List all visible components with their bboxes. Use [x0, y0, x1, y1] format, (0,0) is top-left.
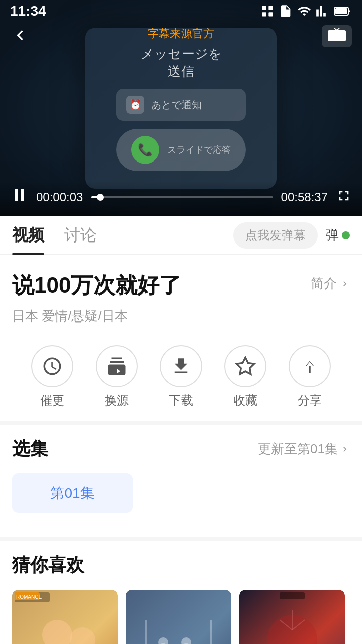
subtitle-source: 字幕来源官方 — [148, 27, 214, 40]
episodes-more-button[interactable]: 更新至第01集 — [258, 440, 350, 458]
fullscreen-button[interactable] — [336, 188, 352, 207]
japanese-text-message: メッセージを送信 — [116, 45, 246, 80]
player-controls: 00:00:03 00:58:37 — [0, 181, 362, 216]
download-icon — [160, 345, 202, 387]
episodes-title: 选集 — [12, 437, 48, 461]
action-urge-update[interactable]: 催更 — [31, 345, 73, 409]
video-player[interactable]: メッセージを送信 ⏰ あとで通知 📞 スライドで応答 字幕来源官方 — [0, 0, 362, 216]
signal-icon — [316, 4, 330, 18]
share-icon — [289, 345, 331, 387]
action-download[interactable]: 下载 — [160, 345, 202, 409]
tabs-section: 视频 讨论 点我发弹幕 弹 — [0, 216, 362, 255]
call-icon: 📞 — [131, 136, 159, 164]
download-label: 下载 — [169, 392, 193, 409]
action-switch-source[interactable]: 换源 — [96, 345, 138, 409]
switch-source-icon — [96, 345, 138, 387]
reco-thumbnail-1: ROMANCE — [12, 590, 118, 644]
danmaku-input[interactable]: 点我发弹幕 — [233, 222, 318, 249]
svg-rect-6 — [328, 30, 346, 41]
section-divider-1 — [0, 421, 362, 425]
slide-to-answer: 📞 スライドで応答 — [116, 129, 246, 171]
svg-rect-0 — [262, 6, 266, 10]
intro-button[interactable]: 简介 — [311, 275, 350, 292]
slide-text: スライドで応答 — [167, 144, 231, 156]
back-button[interactable] — [10, 25, 30, 47]
urge-update-label: 催更 — [40, 392, 64, 409]
total-time: 00:58:37 — [281, 190, 328, 204]
danmaku-toggle[interactable]: 弹 — [326, 226, 350, 244]
svg-rect-2 — [262, 12, 266, 16]
reco-card-1[interactable]: ROMANCE — [12, 590, 118, 644]
recommendations-section: 猜你喜欢 ROMANCE — [0, 541, 362, 644]
current-time: 00:00:03 — [36, 190, 83, 204]
svg-point-10 — [42, 620, 72, 644]
svg-text:ROMANCE: ROMANCE — [16, 594, 42, 600]
progress-bar[interactable] — [91, 196, 273, 198]
status-bar: 11:34 — [0, 0, 362, 22]
title-section: 说100万次就好了 简介 日本 爱情/悬疑/日本 — [0, 255, 362, 335]
actions-section: 催更 换源 下载 收藏 分享 — [0, 335, 362, 421]
tab-discussion[interactable]: 讨论 — [64, 216, 97, 255]
switch-source-label: 换源 — [105, 392, 129, 409]
svg-rect-5 — [335, 8, 347, 14]
section-divider-2 — [0, 537, 362, 541]
urge-update-icon — [31, 345, 73, 387]
reco-card-2[interactable] — [126, 590, 231, 644]
svg-rect-8 — [21, 189, 24, 201]
video-title: 说100万次就好了 — [12, 271, 311, 300]
svg-rect-7 — [15, 189, 18, 201]
tab-video[interactable]: 视频 — [12, 216, 44, 255]
action-share[interactable]: 分享 — [289, 345, 331, 409]
favorite-icon — [224, 345, 266, 387]
recommendations-grid: ROMANCE — [12, 590, 350, 644]
status-icons — [260, 4, 352, 18]
reco-thumbnail-3 — [239, 590, 345, 644]
subtitle-overlay: 字幕来源官方 — [0, 26, 362, 41]
gallery-icon — [260, 4, 275, 18]
svg-rect-30 — [280, 592, 305, 599]
action-favorite[interactable]: 收藏 — [224, 345, 266, 409]
svg-rect-1 — [268, 6, 273, 10]
wifi-icon — [297, 4, 312, 18]
svg-rect-3 — [268, 12, 273, 16]
reco-card-3[interactable] — [239, 590, 345, 644]
battery-icon — [334, 4, 352, 18]
recommendations-title: 猜你喜欢 — [12, 553, 350, 578]
video-tags: 日本 爱情/悬疑/日本 — [12, 307, 350, 325]
alarm-icon: ⏰ — [126, 96, 144, 114]
phone-screen: メッセージを送信 ⏰ あとで通知 📞 スライドで応答 — [85, 28, 277, 189]
share-label: 分享 — [298, 392, 322, 409]
danmaku-status-dot — [342, 231, 350, 239]
notification-text: あとで通知 — [151, 98, 202, 112]
episode-chip-01[interactable]: 第01集 — [12, 473, 133, 513]
doc-icon — [279, 4, 293, 18]
svg-marker-9 — [237, 358, 254, 374]
reco-thumbnail-2 — [126, 590, 231, 644]
notification-bar: ⏰ あとで通知 — [116, 89, 246, 121]
favorite-label: 收藏 — [233, 392, 257, 409]
pause-button[interactable] — [10, 186, 28, 208]
tv-button[interactable] — [322, 25, 352, 47]
svg-point-12 — [70, 627, 95, 644]
episodes-section: 选集 更新至第01集 第01集 — [0, 425, 362, 537]
progress-dot — [97, 194, 104, 201]
status-time: 11:34 — [10, 3, 46, 19]
